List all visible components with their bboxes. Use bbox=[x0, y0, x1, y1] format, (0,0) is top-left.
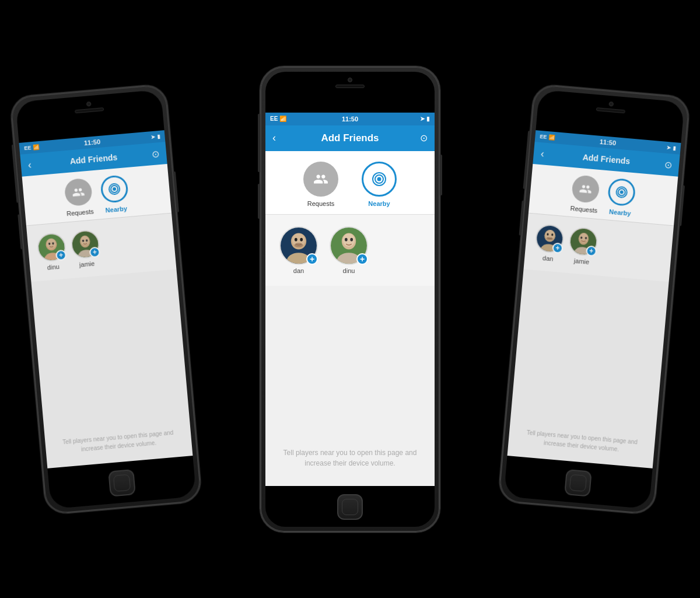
phone-left-speaker bbox=[75, 107, 104, 113]
header-center: ‹ Add Friends ⊙ bbox=[265, 125, 435, 151]
requests-label-center: Requests bbox=[307, 200, 334, 207]
header-title-left: Add Friends bbox=[39, 149, 148, 168]
nearby-label-right: Nearby bbox=[609, 208, 631, 216]
jamie-name-left: jamie bbox=[79, 260, 94, 268]
status-bar-center: EE 📶 11:50 ➤ ▮ bbox=[265, 113, 435, 125]
dan-name-right: dan bbox=[542, 254, 554, 263]
jamie-avatar-wrap-left: + bbox=[70, 229, 100, 259]
dinu-name-center: dinu bbox=[343, 267, 355, 274]
back-button-left[interactable]: ‹ bbox=[27, 158, 40, 171]
dan-avatar-wrap-right: + bbox=[534, 223, 565, 253]
footer-right: Tell players near you to open this page … bbox=[508, 426, 655, 457]
dan-add-badge-center[interactable]: + bbox=[306, 253, 318, 265]
status-left-center: EE 📶 bbox=[270, 116, 342, 122]
phone-center-inner: EE 📶 11:50 ➤ ▮ ‹ Add Friends ⊙ bbox=[265, 72, 435, 527]
home-inner-left bbox=[113, 474, 131, 491]
time-left: 11:50 bbox=[83, 138, 100, 146]
dan-avatar-wrap-center: + bbox=[279, 226, 318, 265]
home-button-right[interactable] bbox=[564, 468, 592, 496]
home-inner-right bbox=[569, 474, 587, 491]
jamie-avatar-wrap-right: + bbox=[568, 226, 598, 257]
search-button-right[interactable]: ⊙ bbox=[660, 158, 673, 170]
header-title-right: Add Friends bbox=[552, 149, 661, 168]
battery-icon-left: ▮ bbox=[157, 133, 160, 139]
carrier-right: EE bbox=[540, 133, 547, 139]
requests-icon-center bbox=[303, 162, 338, 197]
friend-dan-right[interactable]: + dan bbox=[534, 223, 565, 263]
phone-right-speaker bbox=[596, 107, 625, 113]
back-button-right[interactable]: ‹ bbox=[540, 147, 553, 160]
dinu-name-left: dinu bbox=[47, 263, 60, 271]
phone-left-camera bbox=[86, 101, 92, 106]
header-title-center: Add Friends bbox=[284, 132, 416, 144]
friends-grid-center: + dan bbox=[265, 215, 435, 286]
phone-right: EE 📶 11:50 ➤ ▮ ‹ Add Friends ⊙ bbox=[498, 83, 691, 515]
home-inner-center bbox=[342, 499, 358, 515]
wifi-icon-center: 📶 bbox=[279, 116, 286, 122]
footer-center: Tell players near you to open this page … bbox=[265, 447, 435, 468]
tab-nearby-right[interactable]: Nearby bbox=[606, 177, 636, 217]
tab-requests-right[interactable]: Requests bbox=[570, 174, 600, 214]
time-right: 11:50 bbox=[600, 138, 617, 146]
phone-left-inner: EE 📶 11:50 ➤ ▮ ‹ Add Friends ⊙ bbox=[15, 89, 196, 509]
friend-dinu-center[interactable]: + dinu bbox=[330, 226, 368, 274]
dan-name-center: dan bbox=[293, 267, 304, 274]
phone-right-camera bbox=[608, 101, 614, 106]
location-icon-center: ➤ bbox=[420, 116, 425, 122]
phones-container: EE 📶 11:50 ➤ ▮ ‹ Add Friends ⊙ bbox=[29, 22, 671, 576]
nearby-icon-right bbox=[607, 177, 636, 207]
requests-label-right: Requests bbox=[570, 204, 597, 214]
friend-jamie-left[interactable]: + jamie bbox=[70, 229, 101, 268]
jamie-name-right: jamie bbox=[573, 257, 589, 265]
back-button-center[interactable]: ‹ bbox=[272, 132, 284, 144]
dinu-avatar-wrap-center: + bbox=[330, 226, 368, 265]
requests-icon-left bbox=[64, 177, 93, 207]
status-right-center: ➤ ▮ bbox=[358, 116, 430, 122]
svg-point-17 bbox=[300, 237, 303, 241]
nearby-icon-center bbox=[362, 162, 397, 197]
phone-right-inner: EE 📶 11:50 ➤ ▮ ‹ Add Friends ⊙ bbox=[503, 89, 684, 509]
phone-left-screen: EE 📶 11:50 ➤ ▮ ‹ Add Friends ⊙ bbox=[19, 130, 193, 468]
carrier-center: EE bbox=[270, 116, 278, 122]
carrier-left: EE bbox=[24, 145, 32, 151]
svg-point-18 bbox=[294, 243, 303, 247]
phone-center: EE 📶 11:50 ➤ ▮ ‹ Add Friends ⊙ bbox=[260, 66, 440, 533]
svg-point-16 bbox=[295, 237, 298, 241]
phone-right-screen: EE 📶 11:50 ➤ ▮ ‹ Add Friends ⊙ bbox=[508, 130, 681, 468]
svg-point-23 bbox=[345, 237, 348, 241]
phone-left: EE 📶 11:50 ➤ ▮ ‹ Add Friends ⊙ bbox=[9, 83, 203, 515]
tab-nearby-left[interactable]: Nearby bbox=[100, 174, 130, 214]
tab-requests-left[interactable]: Requests bbox=[64, 177, 94, 217]
friend-dan-center[interactable]: + dan bbox=[279, 226, 318, 274]
requests-label-left: Requests bbox=[66, 208, 94, 217]
wifi-icon-right: 📶 bbox=[548, 134, 555, 141]
nearby-label-left: Nearby bbox=[105, 205, 127, 214]
phone-center-screen: EE 📶 11:50 ➤ ▮ ‹ Add Friends ⊙ bbox=[265, 113, 435, 486]
tab-nearby-center[interactable]: Nearby bbox=[362, 162, 397, 207]
footer-left: Tell players near you to open this page … bbox=[45, 426, 192, 457]
svg-point-24 bbox=[350, 237, 353, 241]
dinu-add-badge-center[interactable]: + bbox=[356, 253, 368, 265]
phone-center-camera bbox=[348, 78, 352, 82]
tabs-center: Requests Nearby bbox=[265, 151, 435, 215]
search-button-left[interactable]: ⊙ bbox=[147, 148, 160, 160]
battery-icon-center: ▮ bbox=[426, 116, 430, 122]
time-center: 11:50 bbox=[342, 116, 358, 123]
location-icon-left: ➤ bbox=[150, 134, 156, 140]
tab-requests-center[interactable]: Requests bbox=[303, 162, 338, 207]
nearby-label-center: Nearby bbox=[368, 200, 390, 207]
home-button-center[interactable] bbox=[337, 494, 363, 520]
friend-dinu-left[interactable]: + dinu bbox=[36, 232, 67, 271]
phone-center-speaker bbox=[335, 85, 365, 88]
wifi-icon-left: 📶 bbox=[33, 144, 40, 150]
home-button-left[interactable] bbox=[108, 468, 136, 496]
battery-icon-right: ▮ bbox=[673, 145, 676, 151]
dinu-avatar-wrap-left: + bbox=[36, 232, 66, 262]
friend-jamie-right[interactable]: + jamie bbox=[568, 226, 598, 266]
nearby-icon-left bbox=[100, 174, 129, 204]
search-button-center[interactable]: ⊙ bbox=[416, 132, 428, 144]
location-icon-right: ➤ bbox=[666, 144, 671, 151]
requests-icon-right bbox=[571, 174, 600, 204]
